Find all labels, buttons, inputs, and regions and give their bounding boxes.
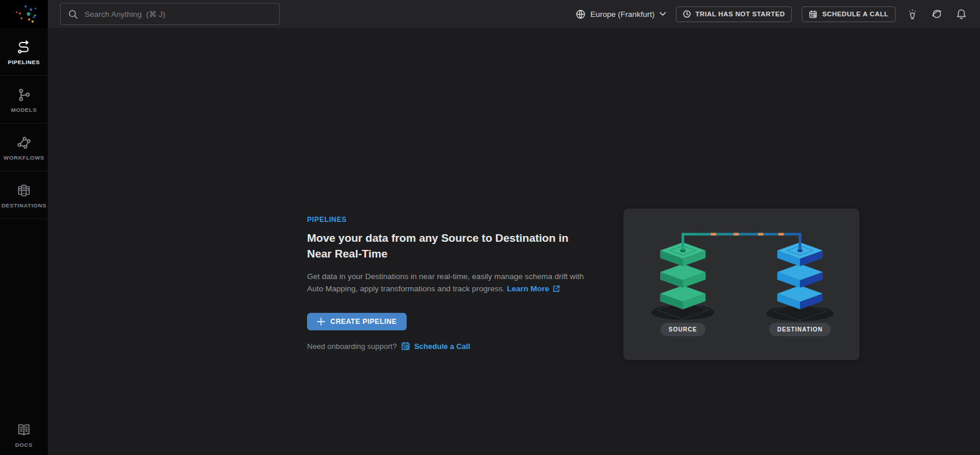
destinations-icon (16, 183, 31, 198)
notifications-bell-icon[interactable] (954, 8, 968, 21)
hevo-logo[interactable] (0, 0, 48, 28)
sidebar-item-docs[interactable]: DOCS (0, 411, 48, 455)
calendar-clock-icon-blue (401, 341, 410, 351)
workflows-icon (16, 135, 31, 150)
illustration-panel: SOURCE DESTINATION (623, 209, 859, 360)
calendar-clock-icon (809, 10, 817, 19)
onboarding-row: Need onboarding support? Schedule a Call (307, 341, 586, 351)
hevo-logo-icon (11, 2, 37, 26)
main-content: PIPELINES Move your data from any Source… (48, 28, 980, 455)
onboarding-text: Need onboarding support? (307, 342, 397, 351)
destination-label: DESTINATION (769, 323, 831, 336)
sidebar-item-label: DESTINATIONS (1, 202, 46, 209)
sidebar-item-label: DOCS (15, 442, 33, 448)
models-icon (16, 87, 31, 103)
region-label: Europe (Frankfurt) (590, 10, 654, 19)
schedule-call-label: SCHEDULE A CALL (822, 10, 889, 17)
sidebar-item-workflows[interactable]: WORKFLOWS (0, 124, 48, 171)
search-icon (68, 9, 78, 19)
docs-icon (16, 422, 31, 438)
chevron-down-icon (660, 12, 666, 16)
schedule-call-button[interactable]: SCHEDULE A CALL (802, 6, 896, 22)
source-destination-illustration (623, 209, 859, 360)
sidebar-item-label: WORKFLOWS (3, 154, 44, 161)
plus-icon (317, 318, 325, 326)
external-link-icon (552, 285, 560, 292)
sidebar: PIPELINES MODELS (0, 0, 48, 455)
create-pipeline-label: CREATE PIPELINE (330, 318, 397, 326)
page-title: Move your data from any Source to Destin… (307, 231, 586, 262)
pipelines-icon (16, 40, 31, 55)
sidebar-item-models[interactable]: MODELS (0, 76, 48, 124)
search-input[interactable] (84, 10, 272, 19)
learn-more-link[interactable]: Learn More (507, 284, 549, 293)
globe-icon (576, 9, 586, 19)
page-description: Get data in your Destinations in near re… (307, 271, 586, 295)
region-selector[interactable]: Europe (Frankfurt) (576, 9, 665, 19)
sidebar-item-destinations[interactable]: DESTINATIONS (0, 171, 48, 219)
pipelines-eyebrow: PIPELINES (307, 216, 586, 224)
sidebar-item-label: MODELS (11, 107, 37, 113)
clock-icon (683, 10, 691, 18)
source-label: SOURCE (661, 323, 706, 336)
sidebar-item-pipelines[interactable]: PIPELINES (0, 28, 48, 76)
explore-planet-icon[interactable] (929, 7, 944, 21)
sidebar-item-label: PIPELINES (8, 59, 40, 65)
schedule-call-link[interactable]: Schedule a Call (414, 342, 470, 351)
trial-badge-label: TRIAL HAS NOT STARTED (696, 10, 785, 17)
create-pipeline-button[interactable]: CREATE PIPELINE (307, 313, 407, 330)
whats-new-icon[interactable] (905, 8, 919, 21)
trial-status-badge: TRIAL HAS NOT STARTED (676, 6, 792, 22)
pipelines-empty-state: PIPELINES Move your data from any Source… (307, 216, 586, 351)
search-box[interactable] (60, 3, 280, 25)
topbar: Europe (Frankfurt) TRIAL HAS NOT STARTED (48, 0, 980, 28)
